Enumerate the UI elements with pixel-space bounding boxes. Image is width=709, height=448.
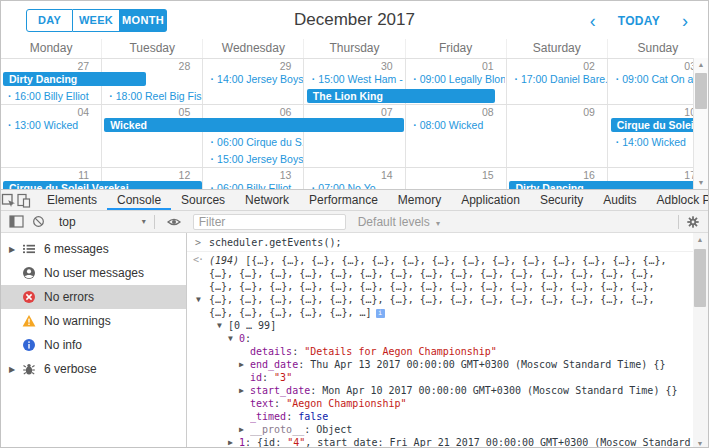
event-item[interactable]: ·13:00 Wicked [3, 118, 100, 132]
day-name: Thursday [304, 39, 405, 58]
console-scrollbar[interactable]: ▲ ▼ [693, 233, 708, 448]
event-item[interactable]: ·15:00 Jersey Boys [206, 152, 303, 166]
console-output: > scheduler.getEvents(); <· ▼(194) [{…},… [187, 233, 708, 448]
sidebar-item-6-messages[interactable]: ▶6 messages [1, 237, 186, 261]
multiday-event-bar[interactable]: Dirty Dancing [509, 181, 708, 189]
event-dot-icon: · [514, 73, 518, 85]
tab-audits[interactable]: Audits [593, 190, 646, 210]
multiday-event-bar[interactable]: The Lion King [307, 89, 495, 103]
scroll-up-icon[interactable]: ▲ [693, 233, 707, 246]
sidebar-item-no-info[interactable]: No info [1, 333, 186, 357]
execution-context-select[interactable]: top ▾ [49, 215, 146, 229]
tree-row-text: __proto__: Object [250, 423, 352, 436]
sidebar-item-6-verbose[interactable]: ▶6 verbose [1, 357, 186, 381]
scrollbar-thumb[interactable] [695, 73, 707, 109]
sidebar-item-no-warnings[interactable]: No warnings [1, 309, 186, 333]
tab-sources[interactable]: Sources [171, 190, 235, 210]
calendar-day-cell[interactable]: 07 [304, 105, 405, 167]
tab-adblock-plus[interactable]: Adblock Plus [647, 190, 709, 210]
scroll-down-icon[interactable]: ▼ [694, 176, 708, 189]
tab-security[interactable]: Security [530, 190, 593, 210]
event-label: 13:00 Wicked [15, 119, 79, 131]
settings-gear-icon[interactable] [682, 212, 704, 232]
event-item[interactable]: ·09:00 Legally Blon... [408, 72, 505, 86]
sidebar-item-no-errors[interactable]: No errors [1, 285, 186, 309]
event-item[interactable]: ·06:00 Cirque du S... [206, 135, 303, 149]
calendar-day-cell[interactable]: 08 [406, 105, 507, 167]
sidebar-item-label: 6 verbose [44, 362, 97, 376]
devtools-tabs: ElementsConsoleSourcesNetworkPerformance… [37, 190, 709, 210]
day-name: Saturday [507, 39, 608, 58]
tab-application[interactable]: Application [451, 190, 530, 210]
tab-performance[interactable]: Performance [299, 190, 388, 210]
event-item[interactable]: ·17:00 Daniel Bare... [509, 72, 606, 86]
event-item[interactable]: ·14:00 Jersey Boys [206, 72, 303, 86]
device-toolbar-icon[interactable] [16, 190, 31, 210]
event-item[interactable]: ·07:00 No Yo [307, 181, 404, 189]
console-tree-row: ▶end_date: Thu Apr 13 2017 00:00:00 GMT+… [187, 358, 693, 371]
event-label: 15:00 West Ham - ... [318, 73, 404, 85]
console-tree-row: id: "3" [187, 371, 693, 384]
tree-row-text: id: "3" [250, 371, 292, 384]
console-sidebar: ▶6 messagesNo user messagesNo errorsNo w… [1, 233, 187, 448]
calendar-scrollbar[interactable]: ▲ ▼ [693, 58, 708, 189]
console-tree-row: ▶__proto__: Object [187, 423, 693, 436]
expand-triangle-icon[interactable]: ▶ [239, 423, 250, 436]
console-filter-input[interactable] [193, 214, 346, 230]
multiday-event-bar[interactable]: Wicked [104, 118, 404, 132]
calendar-day-cell[interactable]: 04 [1, 105, 102, 167]
event-dot-icon: · [413, 119, 417, 131]
expand-triangle-icon[interactable]: ▶ [9, 365, 22, 374]
array-preview-items: [{…}, {…}, {…}, {…}, {…}, {…}, {…}, {…},… [209, 255, 667, 318]
sidebar-item-no-user-messages[interactable]: No user messages [1, 261, 186, 285]
expand-triangle-icon[interactable]: ▶ [239, 358, 250, 371]
list-icon [22, 242, 36, 256]
tab-memory[interactable]: Memory [388, 190, 451, 210]
clear-console-icon[interactable] [27, 212, 49, 232]
calendar-day-cell[interactable]: 15 [406, 168, 507, 189]
scroll-up-icon[interactable]: ▲ [694, 58, 708, 71]
object-tree: ▼[0 … 99]▼0:details: "Details for Aegon … [187, 319, 693, 448]
inspect-element-icon[interactable] [1, 190, 16, 210]
log-levels-select[interactable]: Default levels ▾ [358, 215, 440, 229]
tree-row-text: text: "Aegon Championship" [250, 397, 407, 410]
console-tree-row: details: "Details for Aegon Championship… [187, 345, 693, 358]
console-result-row: <· ▼(194) [{…}, {…}, {…}, {…}, {…}, {…},… [187, 252, 693, 448]
next-month-icon[interactable]: › [676, 11, 694, 31]
date-number: 02 [507, 60, 595, 72]
tree-row-text: start_date: Mon Apr 10 2017 00:00:00 GMT… [250, 384, 677, 397]
date-number: 06 [203, 106, 291, 118]
event-item[interactable]: ·18:00 Reel Big Fish [104, 89, 201, 103]
expand-triangle-icon[interactable]: ▼ [196, 293, 201, 306]
event-item[interactable]: ·06:00 Billy Elliot [206, 181, 303, 189]
day-name: Friday [406, 39, 507, 58]
tab-console[interactable]: Console [107, 190, 171, 210]
calendar-day-cell[interactable]: 05 [102, 105, 203, 167]
console-body: ▶6 messagesNo user messagesNo errorsNo w… [1, 233, 708, 448]
expand-triangle-icon[interactable]: ▼ [217, 319, 228, 332]
expand-triangle-icon[interactable]: ▶ [239, 384, 250, 397]
console-sidebar-toggle-icon[interactable] [5, 212, 27, 232]
sidebar-item-label: 6 messages [44, 242, 109, 256]
expand-triangle-icon[interactable]: ▼ [228, 332, 239, 345]
today-button[interactable]: TODAY [602, 14, 676, 28]
prev-month-icon[interactable]: ‹ [584, 11, 602, 31]
tab-elements[interactable]: Elements [37, 190, 107, 210]
multiday-event-bar[interactable]: Cirque du Soleil Varekai [3, 181, 202, 189]
tab-network[interactable]: Network [235, 190, 299, 210]
event-item[interactable]: ·15:00 West Ham - ... [307, 72, 404, 86]
event-item[interactable]: ·08:00 Wicked [408, 118, 505, 132]
event-item[interactable]: ·16:00 Billy Elliot [3, 89, 100, 103]
event-dot-icon: · [211, 153, 215, 165]
date-number: 04 [1, 106, 89, 118]
eye-icon[interactable] [163, 212, 185, 232]
scheduler-toolbar: DAYWEEKMONTH December 2017 ‹ TODAY › [1, 1, 708, 39]
scrollbar-thumb[interactable] [694, 249, 706, 307]
expand-triangle-icon[interactable]: ▶ [228, 436, 239, 448]
calendar-day-cell[interactable]: 09 [507, 105, 608, 167]
multiday-event-bar[interactable]: Dirty Dancing [3, 72, 146, 86]
scroll-down-icon[interactable]: ▼ [693, 437, 707, 448]
event-label: 08:00 Wicked [420, 119, 484, 131]
expand-triangle-icon[interactable]: ▶ [9, 245, 22, 254]
date-number: 09 [507, 106, 595, 118]
